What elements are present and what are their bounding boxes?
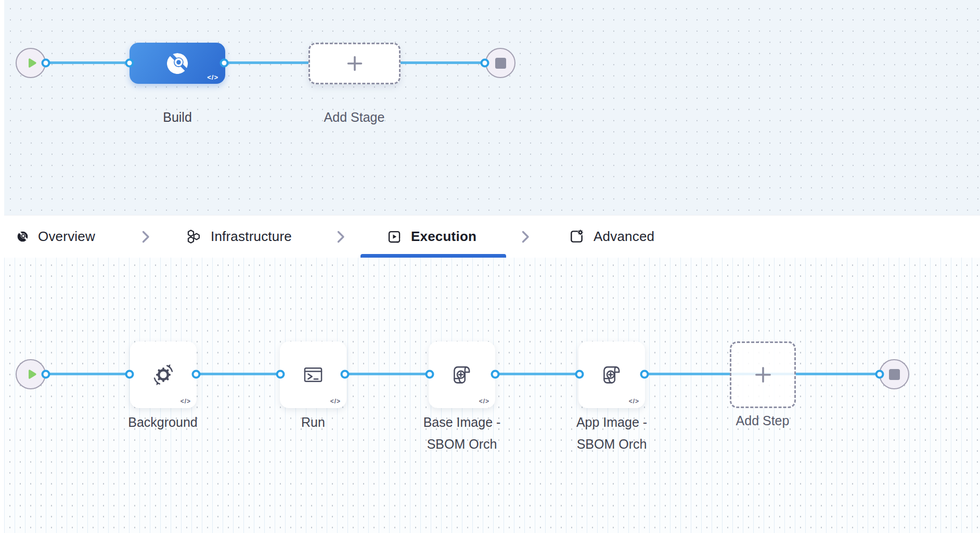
add-stage-label: Add Stage <box>287 106 422 128</box>
step-node-run[interactable]: </> <box>280 341 346 408</box>
sync-gear-icon <box>151 363 175 387</box>
stop-icon <box>495 58 506 69</box>
play-box-icon <box>387 230 402 244</box>
tab-infrastructure[interactable]: Infrastructure <box>185 215 292 258</box>
plus-icon <box>345 54 364 73</box>
hexagons-icon <box>185 229 201 245</box>
code-badge: </> <box>479 398 489 405</box>
chevron-right-icon <box>520 230 531 246</box>
play-icon <box>25 367 38 381</box>
step-node-background[interactable]: </> <box>130 341 197 408</box>
tab-label: Execution <box>411 229 476 245</box>
stage-connector-line <box>46 61 485 64</box>
play-icon <box>25 56 38 70</box>
box-gear-icon <box>569 229 584 244</box>
pipeline-end-node <box>485 48 515 78</box>
step-label-background: Background <box>95 411 230 433</box>
step-label-run: Run <box>246 411 381 433</box>
connector-port[interactable] <box>42 370 50 379</box>
connector-port[interactable] <box>341 370 350 379</box>
connector-port[interactable] <box>125 59 134 68</box>
tab-overview[interactable]: Overview <box>17 215 95 258</box>
scroll-plus-icon <box>600 363 624 387</box>
step-node-base-image-sbom[interactable]: </> <box>429 341 495 408</box>
plus-icon <box>753 365 773 385</box>
add-step-label: Add Step <box>695 410 830 432</box>
stage-node-build[interactable]: </> <box>130 43 225 84</box>
connector-port[interactable] <box>276 370 285 379</box>
step-node-app-image-sbom[interactable]: </> <box>578 341 645 408</box>
connector-port[interactable] <box>425 370 434 379</box>
chevron-right-icon <box>140 230 151 246</box>
step-label-base-image-sbom: Base Image - SBOM Orch <box>394 411 530 455</box>
code-badge: </> <box>629 398 639 405</box>
stage-config-tabbar: Overview Infrastructure Execution <box>0 215 980 258</box>
connector-port[interactable] <box>875 370 884 379</box>
ci-pie-icon <box>17 231 29 243</box>
terminal-icon <box>302 363 325 386</box>
connector-port[interactable] <box>491 370 500 379</box>
tab-label: Infrastructure <box>211 229 292 245</box>
stop-icon <box>889 369 900 380</box>
scroll-plus-icon <box>450 363 474 387</box>
code-badge: </> <box>330 398 341 405</box>
tab-execution[interactable]: Execution <box>387 215 476 258</box>
left-gutter <box>0 0 4 533</box>
active-tab-underline <box>360 254 506 258</box>
tab-label: Advanced <box>594 229 654 245</box>
stage-label-build: Build <box>110 106 245 128</box>
connector-port[interactable] <box>575 370 584 379</box>
code-badge: </> <box>207 73 218 81</box>
execution-canvas[interactable]: </> </> </> </> <box>0 257 980 533</box>
connector-port[interactable] <box>192 370 201 379</box>
connector-port[interactable] <box>220 59 229 68</box>
connector-port[interactable] <box>481 59 489 68</box>
connector-port[interactable] <box>640 370 649 379</box>
code-badge: </> <box>180 398 191 405</box>
step-label-app-image-sbom: App Image - SBOM Orch <box>544 411 679 455</box>
add-stage-button[interactable] <box>308 43 401 84</box>
connector-port[interactable] <box>42 59 50 68</box>
tab-label: Overview <box>38 229 95 245</box>
chevron-right-icon <box>336 230 346 246</box>
tab-advanced[interactable]: Advanced <box>569 215 654 258</box>
stage-canvas[interactable]: </> Build Add Stage <box>0 0 980 215</box>
connector-port[interactable] <box>125 370 134 379</box>
add-step-button[interactable] <box>730 341 796 408</box>
ci-build-icon <box>165 52 189 75</box>
